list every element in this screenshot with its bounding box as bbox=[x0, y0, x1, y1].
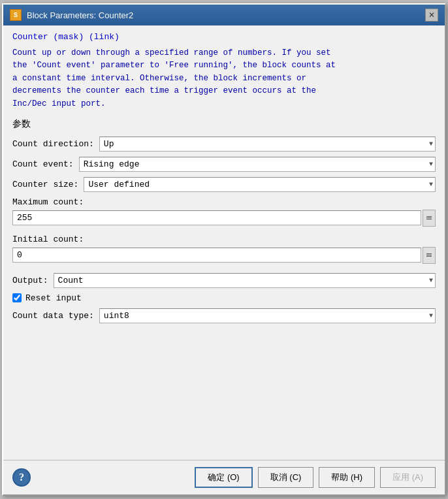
close-button[interactable]: ✕ bbox=[425, 8, 438, 22]
count-event-label: Count event: bbox=[12, 159, 74, 169]
output-label: Output: bbox=[12, 276, 48, 285]
cancel-button[interactable]: 取消 (C) bbox=[258, 467, 314, 488]
description-text: Count up or down through a specified ran… bbox=[12, 47, 436, 110]
dialog-title: Block Parameters: Counter2 bbox=[27, 10, 133, 20]
block-parameters-dialog: S Block Parameters: Counter2 ✕ Counter (… bbox=[2, 3, 446, 496]
ok-button[interactable]: 确定 (O) bbox=[195, 467, 252, 488]
reset-input-checkbox[interactable] bbox=[12, 293, 22, 302]
initial-count-menu-btn[interactable] bbox=[423, 247, 436, 264]
bottom-area: ? 确定 (O) 取消 (C) 帮助 (H) 应用 (A) bbox=[3, 460, 445, 494]
maximum-count-block: Maximum count: bbox=[12, 197, 436, 227]
dialog-icon: S bbox=[10, 9, 22, 21]
count-direction-row: Count direction: Up Down ▼ bbox=[12, 137, 436, 152]
output-row: Output: Count Count and carry ▼ bbox=[12, 273, 436, 288]
count-event-dropdown-wrap: Rising edge Falling edge Either edge Fre… bbox=[79, 157, 436, 172]
count-event-row: Count event: Rising edge Falling edge Ei… bbox=[12, 157, 436, 172]
output-select[interactable]: Count Count and carry bbox=[54, 273, 436, 288]
initial-count-label: Initial count: bbox=[12, 234, 436, 244]
maximum-count-input[interactable] bbox=[12, 210, 421, 225]
apply-button[interactable]: 应用 (A) bbox=[380, 467, 436, 488]
counter-size-dropdown-wrap: User defined 8-bit unsigned 16-bit unsig… bbox=[84, 177, 436, 192]
maximum-count-menu-btn[interactable] bbox=[423, 210, 436, 227]
counter-size-label: Counter size: bbox=[12, 180, 78, 189]
maximum-count-input-row bbox=[12, 210, 436, 227]
help-button[interactable]: 帮助 (H) bbox=[319, 467, 375, 488]
spacer bbox=[12, 329, 436, 381]
reset-input-label: Reset input bbox=[25, 293, 82, 303]
count-event-select[interactable]: Rising edge Falling edge Either edge Fre… bbox=[79, 157, 436, 172]
count-data-type-dropdown-wrap: uint8 uint16 uint32 int8 int16 int32 dou… bbox=[99, 308, 436, 323]
count-data-type-row: Count data type: uint8 uint16 uint32 int… bbox=[12, 308, 436, 323]
count-direction-dropdown-wrap: Up Down ▼ bbox=[99, 137, 436, 152]
reset-input-row: Reset input bbox=[12, 293, 436, 303]
maximum-count-label: Maximum count: bbox=[12, 197, 436, 207]
count-direction-select[interactable]: Up Down bbox=[99, 137, 436, 152]
title-bar: S Block Parameters: Counter2 ✕ bbox=[3, 5, 445, 25]
initial-count-block: Initial count: bbox=[12, 234, 436, 264]
count-data-type-select[interactable]: uint8 uint16 uint32 int8 int16 int32 dou… bbox=[99, 308, 436, 323]
counter-size-select[interactable]: User defined 8-bit unsigned 16-bit unsig… bbox=[84, 177, 436, 192]
mask-link[interactable]: Counter (mask) (link) bbox=[12, 32, 436, 42]
output-dropdown-wrap: Count Count and carry ▼ bbox=[54, 273, 436, 288]
count-direction-label: Count direction: bbox=[12, 139, 94, 149]
help-icon-button[interactable]: ? bbox=[12, 468, 31, 487]
count-data-type-label: Count data type: bbox=[12, 311, 94, 321]
params-section-header: 参数 bbox=[12, 118, 436, 130]
dialog-content: Counter (mask) (link) Count up or down t… bbox=[3, 25, 445, 460]
action-buttons: 确定 (O) 取消 (C) 帮助 (H) 应用 (A) bbox=[195, 467, 436, 488]
initial-count-input-row bbox=[12, 247, 436, 264]
title-bar-left: S Block Parameters: Counter2 bbox=[10, 9, 133, 21]
counter-size-row: Counter size: User defined 8-bit unsigne… bbox=[12, 177, 436, 192]
initial-count-input[interactable] bbox=[12, 248, 421, 263]
